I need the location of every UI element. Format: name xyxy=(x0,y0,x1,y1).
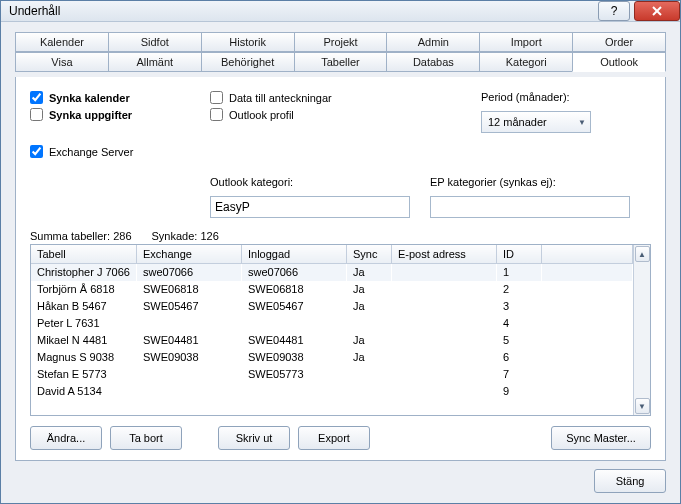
table-cell: 1 xyxy=(496,264,541,281)
check-sync-tasks-box[interactable] xyxy=(30,108,43,121)
column-header[interactable]: Tabell xyxy=(31,245,136,264)
status-sum: Summa tabeller: 286 xyxy=(30,230,132,242)
table-cell xyxy=(391,332,496,349)
column-header[interactable]: E-post adress xyxy=(391,245,496,264)
window-title: Underhåll xyxy=(9,4,598,18)
table-cell: David A 5134 xyxy=(31,383,136,400)
period-select[interactable]: 12 månader ▼ xyxy=(481,111,591,133)
table-row[interactable]: Magnus S 9038SWE09038SWE09038Ja6 xyxy=(31,349,633,366)
check-sync-tasks[interactable]: Synka uppgifter xyxy=(30,108,190,121)
tab-databas[interactable]: Databas xyxy=(386,52,480,72)
column-header[interactable]: Sync xyxy=(346,245,391,264)
column-header[interactable]: ID xyxy=(496,245,541,264)
table-cell xyxy=(136,366,241,383)
table-cell xyxy=(391,298,496,315)
tab-historik[interactable]: Historik xyxy=(201,32,295,52)
table-cell: Håkan B 5467 xyxy=(31,298,136,315)
check-outlook-profile-box[interactable] xyxy=(210,108,223,121)
table-cell: 5 xyxy=(496,332,541,349)
table-cell: Ja xyxy=(346,332,391,349)
scroll-up-button[interactable]: ▲ xyxy=(635,246,650,262)
close-button[interactable]: Stäng xyxy=(594,469,666,493)
tab-tabeller[interactable]: Tabeller xyxy=(294,52,388,72)
table-cell: SWE05467 xyxy=(241,298,346,315)
column-header[interactable]: Inloggad xyxy=(241,245,346,264)
check-sync-calendar-label: Synka kalender xyxy=(49,92,130,104)
table-row[interactable]: Christopher J 7066swe07066swe07066Ja1 xyxy=(31,264,633,281)
table-row[interactable]: Håkan B 5467SWE05467SWE05467Ja3 xyxy=(31,298,633,315)
window-close-button[interactable] xyxy=(634,1,680,21)
data-table: TabellExchangeInloggadSyncE-post adressI… xyxy=(30,244,651,416)
table-cell: SWE04481 xyxy=(136,332,241,349)
tab-visa[interactable]: Visa xyxy=(15,52,109,72)
check-sync-calendar-box[interactable] xyxy=(30,91,43,104)
check-outlook-profile[interactable]: Outlook profil xyxy=(210,108,390,121)
table-cell: Magnus S 9038 xyxy=(31,349,136,366)
table-row[interactable]: David A 51349 xyxy=(31,383,633,400)
tab-kalender[interactable]: Kalender xyxy=(15,32,109,52)
table-cell: SWE09038 xyxy=(136,349,241,366)
check-exchange-server[interactable]: Exchange Server xyxy=(30,145,190,158)
scroll-down-button[interactable]: ▼ xyxy=(635,398,650,414)
table-cell xyxy=(136,383,241,400)
table-cell: SWE06818 xyxy=(136,281,241,298)
table-cell: 7 xyxy=(496,366,541,383)
tab-outlook[interactable]: Outlook xyxy=(572,52,666,72)
table-cell: SWE06818 xyxy=(241,281,346,298)
sync-master-button[interactable]: Sync Master... xyxy=(551,426,651,450)
table-cell: Peter L 7631 xyxy=(31,315,136,332)
table-cell: Ja xyxy=(346,264,391,281)
tab-admin[interactable]: Admin xyxy=(386,32,480,52)
check-sync-calendar[interactable]: Synka kalender xyxy=(30,91,190,104)
table-cell xyxy=(391,349,496,366)
table-cell xyxy=(391,383,496,400)
table-cell xyxy=(391,281,496,298)
tab-allmänt[interactable]: Allmänt xyxy=(108,52,202,72)
outlook-category-input[interactable] xyxy=(210,196,410,218)
table-cell xyxy=(346,315,391,332)
table-cell: swe07066 xyxy=(241,264,346,281)
close-icon xyxy=(652,6,662,16)
tab-order[interactable]: Order xyxy=(572,32,666,52)
ep-category-label: EP kategorier (synkas ej): xyxy=(430,176,630,188)
table-cell: swe07066 xyxy=(136,264,241,281)
tab-kategori[interactable]: Kategori xyxy=(479,52,573,72)
check-data-to-notes-box[interactable] xyxy=(210,91,223,104)
check-exchange-server-box[interactable] xyxy=(30,145,43,158)
table-cell xyxy=(241,383,346,400)
table-cell: Ja xyxy=(346,349,391,366)
check-sync-tasks-label: Synka uppgifter xyxy=(49,109,132,121)
table-cell: 2 xyxy=(496,281,541,298)
chevron-down-icon: ▼ xyxy=(578,118,586,127)
check-data-to-notes[interactable]: Data till anteckningar xyxy=(210,91,390,104)
edit-button[interactable]: Ändra... xyxy=(30,426,102,450)
help-button[interactable]: ? xyxy=(598,1,630,21)
table-cell: Torbjörn Å 6818 xyxy=(31,281,136,298)
table-row[interactable]: Torbjörn Å 6818SWE06818SWE06818Ja2 xyxy=(31,281,633,298)
column-header[interactable]: Exchange xyxy=(136,245,241,264)
table-cell xyxy=(391,264,496,281)
check-outlook-profile-label: Outlook profil xyxy=(229,109,294,121)
print-button[interactable]: Skriv ut xyxy=(218,426,290,450)
table-scrollbar[interactable]: ▲ ▼ xyxy=(633,245,650,415)
table-cell: Ja xyxy=(346,281,391,298)
table-row[interactable]: Peter L 76314 xyxy=(31,315,633,332)
table-cell: SWE05467 xyxy=(136,298,241,315)
delete-button[interactable]: Ta bort xyxy=(110,426,182,450)
table-cell: SWE04481 xyxy=(241,332,346,349)
tab-projekt[interactable]: Projekt xyxy=(294,32,388,52)
status-synced: Synkade: 126 xyxy=(152,230,219,242)
tab-behörighet[interactable]: Behörighet xyxy=(201,52,295,72)
ep-category-input[interactable] xyxy=(430,196,630,218)
table-cell: 4 xyxy=(496,315,541,332)
table-cell: Christopher J 7066 xyxy=(31,264,136,281)
table-cell: 6 xyxy=(496,349,541,366)
column-header-blank xyxy=(541,245,632,264)
outlook-category-label: Outlook kategori: xyxy=(210,176,410,188)
table-row[interactable]: Mikael N 4481SWE04481SWE04481Ja5 xyxy=(31,332,633,349)
tab-import[interactable]: Import xyxy=(479,32,573,52)
table-cell: Stefan E 5773 xyxy=(31,366,136,383)
tab-sidfot[interactable]: Sidfot xyxy=(108,32,202,52)
export-button[interactable]: Export xyxy=(298,426,370,450)
table-row[interactable]: Stefan E 5773SWE057737 xyxy=(31,366,633,383)
